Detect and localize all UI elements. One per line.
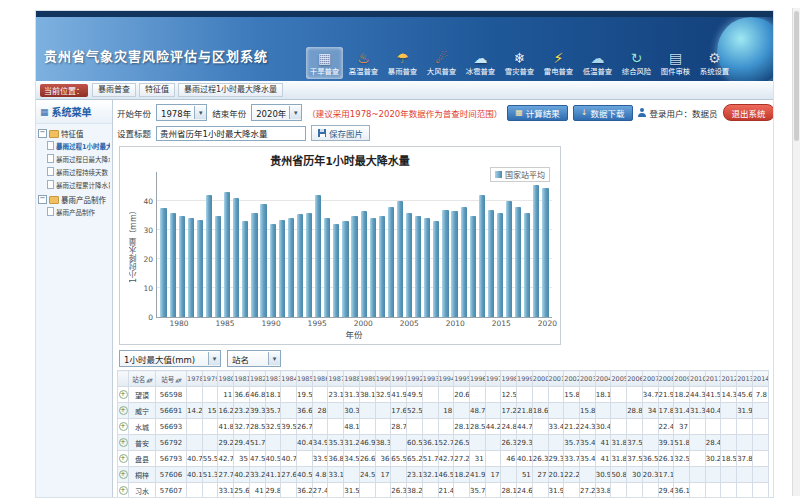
tree-item[interactable]: 暴雨产品制作 <box>38 205 110 218</box>
tree-item[interactable]: 暴雨过程1小时最大降水量 <box>38 139 110 152</box>
sort-icon[interactable]: ▲▼ <box>175 377 181 383</box>
col-header-year-2007[interactable]: 2007 <box>642 371 658 387</box>
end-year-select[interactable]: 2020年 ▾ <box>251 104 302 121</box>
col-header-station-name[interactable]: 站名▲▼ <box>129 371 156 387</box>
nav-item-7[interactable]: ⚡雷电普查 <box>540 47 577 79</box>
col-header-year-1983[interactable]: 1983 <box>265 371 281 387</box>
col-header-year-1981[interactable]: 1981 <box>234 371 250 387</box>
value-cell: 47.5 <box>249 451 265 467</box>
chart-title-input[interactable] <box>156 126 306 141</box>
col-header-year-2002[interactable]: 2002 <box>564 371 580 387</box>
nav-item-11[interactable]: ⚙系统设置 <box>696 47 733 79</box>
breadcrumb-item-1[interactable]: 暴雨普查 <box>92 83 136 97</box>
breadcrumb-item-2[interactable]: 特征值 <box>139 83 175 97</box>
col-header-year-2004[interactable]: 2004 <box>595 371 611 387</box>
expand-row-icon[interactable]: + <box>119 470 128 479</box>
value-cell: 38.1 <box>359 387 375 403</box>
calculate-button[interactable]: ▦ 计算结果 <box>507 105 568 121</box>
col-header-year-1978[interactable]: 1978 <box>187 371 203 387</box>
nav-item-5[interactable]: ☁冰雹普查 <box>462 47 499 79</box>
table-row-56598[interactable]: +望谟565981136.646.818.119.523.131.338.132… <box>118 387 769 403</box>
col-header-year-1987[interactable]: 1987 <box>328 371 344 387</box>
col-header-year-1996[interactable]: 1996 <box>469 371 485 387</box>
col-header-year-2011[interactable]: 2011 <box>705 371 721 387</box>
station-name-cell: 桐梓 <box>129 467 156 483</box>
expand-row-icon[interactable]: + <box>119 438 128 447</box>
nav-item-8[interactable]: ☁低温普查 <box>579 47 616 79</box>
sort-icon[interactable]: ▲▼ <box>146 377 152 383</box>
x-tick-label: 2010 <box>446 319 465 328</box>
breadcrumb-item-3[interactable]: 暴雨过程1小时最大降水量 <box>178 83 283 97</box>
sidebar: ▦ 系统菜单 −特征值暴雨过程1小时最大降水量暴雨过程日最大降水量暴雨过程持续天… <box>36 100 113 497</box>
value-type-select[interactable]: 1小时最大值(mm) ▾ <box>119 350 221 367</box>
tree-group-label[interactable]: −特征值 <box>38 128 110 139</box>
col-header-year-2012[interactable]: 2012 <box>721 371 737 387</box>
value-cell: 46 <box>501 451 517 467</box>
expand-row-icon[interactable]: + <box>119 454 128 463</box>
nav-item-1[interactable]: ▦干旱普查 <box>306 47 343 79</box>
col-header-year-2009[interactable]: 2009 <box>674 371 690 387</box>
tree-item[interactable]: 暴雨过程持续天数 <box>38 165 110 178</box>
nav-item-9[interactable]: ↻综合风险 <box>618 47 655 79</box>
expand-row-icon[interactable]: + <box>119 486 128 495</box>
snow-survey-icon: ❄ <box>501 50 538 67</box>
nav-item-3[interactable]: ☂暴雨普查 <box>384 47 421 79</box>
sidebar-title-text: 系统菜单 <box>52 104 92 119</box>
col-header-year-2013[interactable]: 2013 <box>737 371 753 387</box>
table-row-56792[interactable]: +普安5679229.229.451.740.434.935.331.246.9… <box>118 435 769 451</box>
nav-item-4[interactable]: ☄大风普查 <box>423 47 460 79</box>
save-image-button[interactable]: 保存图片 <box>311 125 370 141</box>
station-filter-select[interactable]: 站名 ▾ <box>227 350 281 367</box>
table-row-56793[interactable]: +盘县5679340.755.542.73547.540.540.733.936… <box>118 451 769 467</box>
col-header-year-1992[interactable]: 1992 <box>407 371 423 387</box>
scrollbar-thumb[interactable] <box>794 11 799 141</box>
col-header-year-2006[interactable]: 2006 <box>627 371 643 387</box>
station-id-cell: 57606 <box>156 467 187 483</box>
col-header-station-id[interactable]: 站号▲▼ <box>156 371 187 387</box>
col-header-year-1995[interactable]: 1995 <box>454 371 470 387</box>
col-header-year-1980[interactable]: 1980 <box>218 371 234 387</box>
user-label: 登录用户：数据员 <box>650 107 718 119</box>
col-header-year-1988[interactable]: 1988 <box>344 371 360 387</box>
col-header-year-2010[interactable]: 2010 <box>690 371 706 387</box>
col-header-year-1991[interactable]: 1991 <box>391 371 407 387</box>
table-row-57607[interactable]: +习水5760733.125.64129.836.227.431.526.338… <box>118 483 769 498</box>
table-row-56693[interactable]: +水城5669341.832.728.532.939.526.748.128.7… <box>118 419 769 435</box>
col-header-year-2005[interactable]: 2005 <box>611 371 627 387</box>
col-header-year-2003[interactable]: 2003 <box>579 371 595 387</box>
col-header-year-2001[interactable]: 2001 <box>548 371 564 387</box>
col-header-year-1985[interactable]: 1985 <box>297 371 313 387</box>
col-header-year-1982[interactable]: 1982 <box>249 371 265 387</box>
logout-button[interactable]: 退出系统 <box>723 104 773 121</box>
table-row-57606[interactable]: +桐梓5760640.151.327.740.233.241.127.640.5… <box>118 467 769 483</box>
nav-item-10[interactable]: ▤图件审核 <box>657 47 694 79</box>
col-header-year-1986[interactable]: 1986 <box>312 371 328 387</box>
col-header-year-1990[interactable]: 1990 <box>375 371 391 387</box>
collapse-icon[interactable]: − <box>38 195 47 204</box>
tree-item[interactable]: 暴雨过程日最大降水量 <box>38 152 110 165</box>
tree-group-label[interactable]: −暴雨产品制作 <box>38 194 110 205</box>
col-header-year-2014[interactable]: 2014 <box>752 371 768 387</box>
start-year-select[interactable]: 1978年 ▾ <box>156 104 207 121</box>
expand-row-icon[interactable]: + <box>119 422 128 431</box>
expand-row-icon[interactable]: + <box>119 406 128 415</box>
col-header-year-1984[interactable]: 1984 <box>281 371 297 387</box>
col-header-year-1999[interactable]: 1999 <box>517 371 533 387</box>
col-header-year-1989[interactable]: 1989 <box>359 371 375 387</box>
expand-row-icon[interactable]: + <box>119 390 128 399</box>
col-header-year-2000[interactable]: 2000 <box>532 371 548 387</box>
table-row-56691[interactable]: +威宁5669114.21516.223.239.335.736.62830.3… <box>118 403 769 419</box>
tree-item[interactable]: 暴雨过程累计降水量 <box>38 178 110 191</box>
col-header-year-2008[interactable]: 2008 <box>658 371 674 387</box>
nav-item-2[interactable]: ♨高温普查 <box>345 47 382 79</box>
col-header-year-1994[interactable]: 1994 <box>438 371 454 387</box>
col-header-year-1993[interactable]: 1993 <box>422 371 438 387</box>
col-header-year-1998[interactable]: 1998 <box>501 371 517 387</box>
col-header-year-1979[interactable]: 1979 <box>202 371 218 387</box>
collapse-icon[interactable]: − <box>38 129 47 138</box>
nav-item-label: 冰雹普查 <box>463 67 497 76</box>
vertical-scrollbar[interactable] <box>792 8 800 496</box>
download-button[interactable]: ↓ 数据下载 <box>573 105 633 121</box>
col-header-year-1997[interactable]: 1997 <box>485 371 501 387</box>
nav-item-6[interactable]: ❄雪灾普查 <box>501 47 538 79</box>
